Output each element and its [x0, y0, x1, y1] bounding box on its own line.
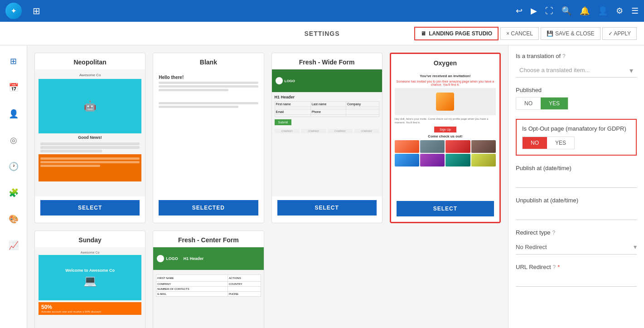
fresh-header: LOGO — [272, 69, 382, 92]
neopolitan-company: Awesome Co — [39, 73, 141, 77]
neopolitan-headline: Good News! — [39, 133, 141, 142]
sidebar-puzzle-icon[interactable]: 🧩 — [5, 184, 22, 201]
sidebar-dashboard-icon[interactable]: ⊞ — [6, 53, 20, 70]
left-sidebar: ⊞ 📅 👤 ◎ 🕐 🧩 🎨 📈 — [0, 45, 27, 328]
sidebar-clock-icon[interactable]: 🕐 — [5, 158, 22, 175]
opt-out-no-button[interactable]: NO — [523, 137, 547, 149]
template-title-fresh-center: Fresh - Center Form — [153, 231, 263, 247]
blank-line-1 — [159, 82, 258, 84]
url-redirect-help-icon[interactable]: ? — [553, 264, 556, 270]
sidebar-calendar-icon[interactable]: 📅 — [5, 79, 22, 96]
top-nav-icons: ↩ ▶ ⛶ 🔍 🔔 👤 ⚙ ☰ — [516, 6, 639, 16]
neopolitan-line-1 — [40, 142, 140, 145]
sunday-company: Awesome Co — [39, 251, 141, 254]
opt-out-title: Is Opt-Out page (manafatory for GDPR) — [522, 125, 630, 132]
fc-cell-phone: PHONE — [228, 292, 261, 297]
opt-out-yes-button[interactable]: YES — [547, 137, 574, 149]
app-logo[interactable]: ✦ — [5, 3, 22, 19]
select-oxygen-button[interactable]: SELECT — [397, 201, 494, 216]
template-title-oxygen: Oxygen — [391, 54, 499, 70]
top-navigation: ✦ ⊞ ↩ ▶ ⛶ 🔍 🔔 👤 ⚙ ☰ — [0, 0, 644, 22]
opt-out-box: Is Opt-Out page (manafatory for GDPR) NO… — [516, 119, 637, 156]
fresh-logo-3: COMPANY — [328, 129, 353, 133]
oxygen-invite: You've received an invitation! — [395, 74, 496, 78]
cancel-label: × CANCEL — [506, 30, 533, 37]
fresh-logos: COMPANY COMPANY COMPANY COMPANY — [275, 129, 379, 133]
settings-title: SETTINGS — [304, 30, 339, 37]
publish-at-input[interactable] — [516, 175, 637, 188]
translation-select[interactable]: Choose a translated item... — [516, 63, 637, 78]
fc-cell-number-contacts: NUMBER OF CONTACTS — [156, 287, 228, 292]
fresh-h1: H1 Header — [275, 95, 379, 99]
fullscreen-icon[interactable]: ⛶ — [545, 6, 553, 16]
sunday-teal: Welcome to Awesome Co 💻 — [39, 255, 141, 300]
neopolitan-line-2 — [40, 146, 140, 149]
settings-icon[interactable]: ⚙ — [616, 6, 623, 16]
published-yes-button[interactable]: YES — [541, 98, 568, 109]
save-close-button[interactable]: 💾 SAVE & CLOSE — [541, 27, 600, 40]
fresh-logo-1: COMPANY — [275, 129, 300, 133]
translation-select-wrapper: Choose a translated item... — [516, 63, 637, 78]
user-icon[interactable]: 👤 — [598, 6, 608, 16]
template-title-sunday: Sunday — [35, 231, 145, 247]
fresh-submit-btn[interactable]: Submit — [275, 119, 292, 125]
blank-line-5 — [159, 106, 238, 108]
select-fresh-wide-button[interactable]: SELECT — [277, 200, 377, 215]
template-card-fresh-center: Fresh - Center Form LOGO H1 Header FIRST… — [153, 230, 264, 328]
published-no-button[interactable]: NO — [516, 98, 541, 109]
blank-line-4 — [159, 102, 258, 104]
publish-at-field: Publish at (date/time) — [516, 165, 637, 188]
template-card-neopolitan: Neopolitan Awesome Co 🤖 Good News! — [34, 53, 145, 223]
template-preview-blank: Hello there! — [153, 69, 263, 196]
unpublish-at-input[interactable] — [516, 207, 637, 220]
template-title-neopolitan: Neopolitan — [35, 53, 145, 69]
menu-icon[interactable]: ☰ — [631, 6, 639, 16]
translation-help-icon[interactable]: ? — [562, 53, 566, 59]
landing-page-studio-button[interactable]: 🖥 LANDING PAGE STUDIO — [414, 27, 499, 40]
apply-button[interactable]: ✓ APPLY — [602, 27, 637, 40]
redirect-type-dropdown[interactable]: No Redirect ▾ — [516, 240, 637, 255]
right-panel: Is a translation of ? Choose a translate… — [508, 45, 644, 328]
url-redirect-label: URL Redirect ? * — [516, 264, 637, 270]
url-redirect-input[interactable] — [516, 274, 637, 287]
back-icon[interactable]: ↩ — [516, 6, 523, 16]
fc-cell-email: E-MAIL — [156, 292, 228, 297]
redirect-help-icon[interactable]: ? — [552, 230, 556, 236]
published-field: Published NO YES — [516, 87, 637, 110]
sidebar-chart-icon[interactable]: 📈 — [5, 237, 22, 254]
fresh-logo-2: COMPANY — [301, 129, 326, 133]
sunday-discount: 50% — [41, 304, 139, 310]
notification-icon[interactable]: 🔔 — [580, 6, 590, 16]
fresh-logo-4: COMPANY — [354, 129, 379, 133]
oxygen-photo-4 — [471, 140, 496, 153]
published-toggle: NO YES — [516, 97, 568, 110]
select-neopolitan-button[interactable]: SELECT — [40, 200, 140, 215]
oxygen-face-img — [436, 93, 454, 111]
sunday-laptop-icon: 💻 — [83, 274, 97, 287]
template-card-blank: Blank Hello there! SELECTED — [153, 53, 264, 223]
template-card-fresh-wide-form: Fresh - Wide Form LOGO H1 Header First n… — [271, 53, 383, 223]
sidebar-users-icon[interactable]: 👤 — [5, 105, 22, 122]
play-icon[interactable]: ▶ — [531, 6, 537, 16]
neopolitan-orange-line-2 — [40, 161, 140, 163]
neopolitan-orange — [39, 154, 141, 181]
oxygen-cta-btn[interactable]: Sign Up — [434, 127, 456, 132]
neopolitan-orange-line-3 — [40, 165, 100, 167]
oxygen-photo-3 — [445, 140, 470, 153]
grid-icon[interactable]: ⊞ — [33, 5, 40, 16]
selected-blank-button[interactable]: SELECTED — [159, 200, 258, 215]
fresh-center-content: FIRST NAME ACTIONS COMPANY COUNTRY NUMBE… — [153, 270, 263, 299]
oxygen-photo-2 — [420, 140, 445, 153]
sunday-orange: 50% Activate account now and receive a 5… — [39, 302, 141, 315]
sidebar-palette-icon[interactable]: 🎨 — [5, 211, 22, 228]
oxygen-photo-6 — [420, 154, 445, 166]
search-icon[interactable]: 🔍 — [562, 6, 571, 16]
sidebar-target-icon[interactable]: ◎ — [6, 132, 21, 149]
template-preview-fresh-center: LOGO H1 Header FIRST NAME ACTIONS COMPAN — [153, 247, 263, 328]
save-close-label: SAVE & CLOSE — [555, 30, 594, 37]
cancel-button[interactable]: × CANCEL — [500, 27, 539, 40]
settings-bar: SETTINGS 🖥 LANDING PAGE STUDIO × CANCEL … — [0, 22, 644, 45]
neopolitan-orange-line-1 — [40, 157, 140, 160]
unpublish-at-label: Unpublish at (date/time) — [516, 197, 637, 204]
translation-field: Is a translation of ? Choose a translate… — [516, 53, 637, 78]
